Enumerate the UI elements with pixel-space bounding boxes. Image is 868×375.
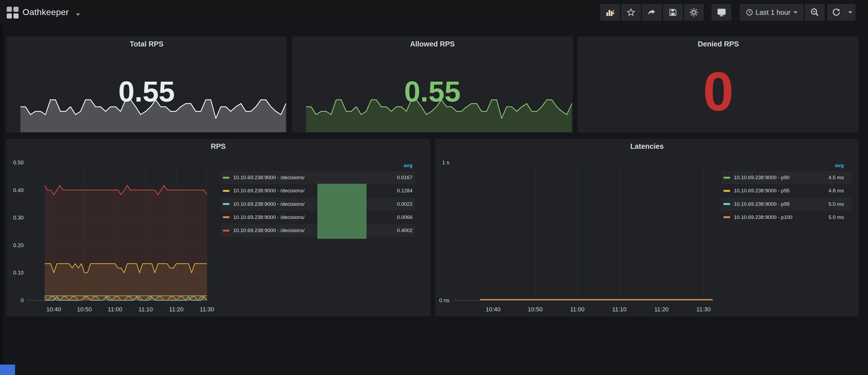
stat-value: 0 [578, 62, 859, 120]
legend-series-value: 0.0167 [397, 175, 412, 181]
x-axis-tick-label: 10:50 [528, 306, 542, 313]
series-color-swatch[interactable] [723, 216, 730, 218]
y-axis-tick-label: 0.20 [13, 242, 24, 248]
add-panel-button[interactable] [600, 4, 620, 21]
page-left-edge [0, 0, 3, 375]
legend-series-value: 4.5 ms [829, 175, 844, 181]
share-icon [647, 8, 656, 17]
series-color-swatch[interactable] [223, 216, 229, 218]
series-color-swatch[interactable] [223, 190, 229, 192]
zoom-out-button[interactable] [805, 4, 825, 21]
legend-series-value: 0.4002 [397, 227, 412, 233]
panel-rps-chart: RPS 00.100.200.300.400.5010:4010:5011:00… [6, 139, 430, 316]
series-color-swatch[interactable] [223, 177, 229, 179]
dashboard-title[interactable]: Oathkeeper [23, 7, 69, 17]
stat-value: 0.55 [292, 76, 573, 107]
refresh-button-group [828, 4, 856, 21]
x-axis-tick-label: 11:20 [169, 306, 183, 313]
x-axis-tick-label: 11:20 [654, 306, 669, 313]
y-axis-tick-label: 0 ns [439, 298, 449, 303]
stat-value: 0.55 [6, 76, 287, 107]
y-axis-tick-label: 0.50 [13, 160, 24, 165]
x-axis-tick-label: 10:50 [77, 306, 92, 313]
legend-series-value: 0.0066 [397, 214, 412, 220]
save-icon [668, 8, 678, 17]
series-color-swatch[interactable] [723, 190, 730, 192]
legend-series-value: 5.0 ms [829, 201, 844, 207]
time-range-label: Last 1 hour [755, 8, 790, 17]
legend-series-label[interactable]: 10.10.69.238:9000 - p99 [734, 201, 789, 207]
refresh-interval-dropdown[interactable] [845, 5, 855, 20]
legend-series-label[interactable]: 10.10.69.238:9000 - /decisions/ [233, 214, 305, 220]
chevron-down-icon [848, 11, 852, 14]
y-axis-tick-label: 0.10 [13, 270, 24, 276]
share-button[interactable] [642, 4, 662, 21]
navbar: Oathkeeper [0, 0, 868, 25]
legend-series-value: 5.0 ms [829, 214, 844, 220]
green-overlay-artifact [317, 184, 367, 239]
save-button[interactable] [663, 4, 683, 21]
y-axis-tick-label: 0 [21, 298, 24, 303]
cycle-view-mode-button[interactable] [712, 4, 731, 21]
magnifier-minus-icon [810, 7, 819, 17]
legend-series-value: 4.8 ms [829, 188, 844, 194]
x-axis-tick-label: 11:10 [612, 306, 626, 313]
chevron-down-icon [793, 11, 798, 14]
star-button[interactable] [621, 4, 641, 21]
legend-series-value: 0.1284 [397, 188, 412, 194]
x-axis-tick-label: 11:30 [200, 306, 214, 313]
series-color-swatch[interactable] [223, 203, 229, 205]
x-axis-tick-label: 11:00 [108, 306, 122, 313]
x-axis-tick-label: 10:40 [486, 306, 500, 313]
y-axis-tick-label: 0.30 [13, 215, 24, 221]
series-color-swatch[interactable] [723, 177, 730, 179]
series-color-swatch[interactable] [223, 230, 229, 231]
panel-allowed-rps: Allowed RPS 0.55 [292, 36, 573, 133]
legend-row[interactable]: 10.10.69.238:9000 - p1005.0 ms [721, 211, 852, 224]
x-axis-tick-label: 11:30 [696, 306, 711, 313]
chevron-down-icon[interactable] [76, 13, 80, 16]
legend-series-label[interactable]: 10.10.69.238:9000 - /decisions/ [233, 201, 305, 207]
refresh-button[interactable] [828, 5, 845, 20]
x-axis-tick-label: 11:00 [570, 306, 584, 313]
add-panel-icon [605, 7, 615, 17]
dashboard-grid-icon[interactable] [7, 7, 19, 19]
legend-row[interactable]: 10.10.69.238:9000 - p904.5 ms [721, 171, 852, 184]
legend-row[interactable]: 10.10.69.238:9000 - p954.8 ms [721, 184, 852, 197]
legend-series-label[interactable]: 10.10.69.238:9000 - /decisions/ [233, 188, 305, 194]
monitor-icon [717, 7, 726, 17]
legend-row[interactable]: 10.10.69.238:9000 - p995.0 ms [721, 198, 852, 211]
panel-title[interactable]: Denied RPS [578, 40, 859, 49]
series-color-swatch[interactable] [723, 203, 730, 205]
blue-corner-artifact [0, 365, 15, 375]
gear-icon [689, 7, 699, 17]
legend-series-label[interactable]: 10.10.69.238:9000 - p95 [734, 188, 789, 194]
panel-total-rps: Total RPS 0.55 [6, 36, 287, 133]
clock-icon [746, 9, 753, 16]
legend-series-label[interactable]: 10.10.69.238:9000 - /decisions/ [233, 227, 305, 233]
legend-avg-header[interactable]: avg [721, 162, 844, 170]
legend-row[interactable]: 10.10.69.238:9000 - /decisions/0.0167 [221, 171, 415, 184]
x-axis-tick-label: 10:40 [46, 306, 61, 313]
panel-denied-rps: Denied RPS 0 [578, 36, 859, 133]
legend-avg-header[interactable]: avg [221, 162, 412, 170]
toolbar: Last 1 hour [600, 4, 856, 21]
y-axis-tick-label: 0.40 [13, 187, 24, 193]
time-range-picker[interactable]: Last 1 hour [740, 4, 804, 21]
legend-series-label[interactable]: 10.10.69.238:9000 - /decisions/ [233, 175, 305, 181]
x-axis-tick-label: 11:10 [138, 306, 153, 313]
refresh-icon [832, 8, 841, 17]
panel-latencies-chart: Latencies 0 ns1 s10:4010:5011:0011:1011:… [435, 139, 859, 316]
settings-button[interactable] [684, 4, 704, 21]
legend-series-label[interactable]: 10.10.69.238:9000 - p90 [734, 175, 789, 181]
y-axis-tick-label: 1 s [442, 160, 449, 165]
legend-series-value: 0.0022 [397, 201, 412, 207]
legend-series-label[interactable]: 10.10.69.238:9000 - p100 [734, 214, 793, 220]
star-icon [626, 8, 636, 17]
